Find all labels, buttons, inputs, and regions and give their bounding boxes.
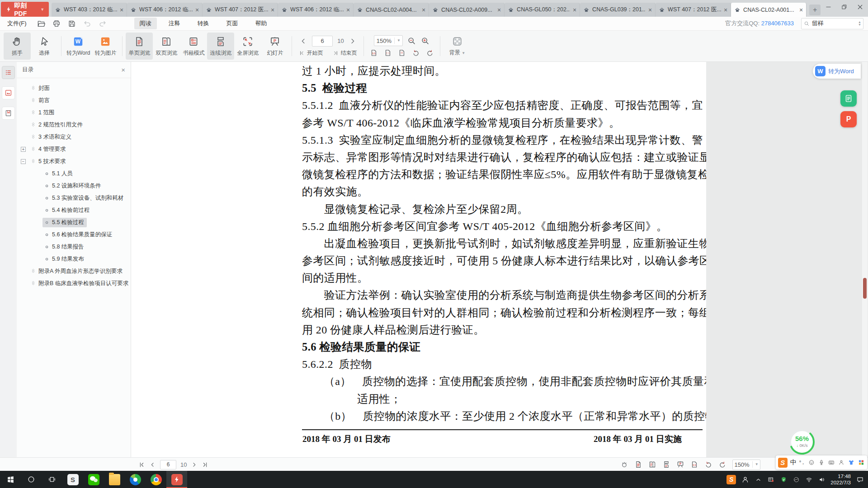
toc-item[interactable]: 5.4 检验前过程 xyxy=(17,204,131,216)
toolbar-tool[interactable]: 选择 xyxy=(31,33,58,60)
open-file-icon[interactable] xyxy=(37,19,46,28)
pinned-app-button[interactable]: S xyxy=(62,471,83,488)
toolbar-tool[interactable]: 双页浏览 xyxy=(153,33,180,60)
document-tab[interactable]: CNAS-CL02-A001... × xyxy=(731,3,807,17)
toc-item[interactable]: 5.5 检验过程 xyxy=(17,216,131,229)
window-restore-button[interactable] xyxy=(836,0,852,14)
document-tab[interactable]: CNAS-GL050：202... × xyxy=(505,3,580,17)
document-tab[interactable]: WST 403：2012 临... × xyxy=(52,3,127,17)
ime-account-icon[interactable] xyxy=(838,459,845,466)
toc-item[interactable]: − 5 技术要求 xyxy=(17,155,131,168)
toolbar-tool[interactable]: 转为图片 xyxy=(92,33,119,60)
sogou-logo-icon[interactable]: S xyxy=(778,458,788,468)
scrollbar-thumb[interactable] xyxy=(863,278,867,299)
people-tray-icon[interactable] xyxy=(741,475,750,484)
tab-close-icon[interactable]: × xyxy=(724,7,727,13)
ime-punctuation[interactable]: °， xyxy=(799,459,805,466)
start-button[interactable] xyxy=(0,471,21,488)
actual-size-icon[interactable] xyxy=(370,49,378,57)
floating-long-image-button[interactable] xyxy=(840,90,857,107)
zoom-out-icon[interactable] xyxy=(407,36,416,46)
toolbar-tool[interactable]: 单页浏览 xyxy=(126,33,153,60)
toc-expander[interactable]: − xyxy=(21,159,26,164)
menu-file[interactable]: 文件(F) xyxy=(7,19,27,28)
menu-item[interactable]: 阅读 xyxy=(134,18,157,29)
document-tab[interactable]: CNAS-GL039：201... × xyxy=(580,3,656,17)
document-tab[interactable]: WST 406：2012 临... × xyxy=(278,3,354,17)
file-explorer-button[interactable] xyxy=(104,471,125,488)
toolbar-tool[interactable]: 抓手 xyxy=(4,33,31,60)
rotate-right-icon[interactable] xyxy=(426,49,434,57)
toc-item[interactable]: 3 术语和定义 xyxy=(17,131,131,143)
new-tab-button[interactable]: + xyxy=(809,5,821,15)
wechat-button[interactable] xyxy=(83,471,104,488)
search-input[interactable]: 留样 ▲▼ xyxy=(801,18,863,29)
ime-toolbox-icon[interactable] xyxy=(858,459,865,466)
next-page-icon[interactable] xyxy=(349,37,357,45)
security-shield-tray-icon[interactable] xyxy=(780,476,788,483)
download-progress-widget[interactable]: 56% ↓ 0K/s xyxy=(788,428,816,455)
ime-keyboard-icon[interactable] xyxy=(828,459,835,466)
fit-width-icon[interactable] xyxy=(384,49,392,57)
previous-page-icon[interactable] xyxy=(299,37,307,45)
sogou-tray-icon[interactable]: S xyxy=(726,475,736,484)
save-icon[interactable] xyxy=(67,19,76,28)
rotate-left-icon[interactable] xyxy=(704,460,712,469)
thumbnail-panel-button[interactable] xyxy=(2,86,15,99)
document-viewport[interactable]: 过 1 小时，应提示处理时间。5.5 检验过程5.5.1.2 血液分析仪的性能验… xyxy=(131,62,868,457)
task-view-button[interactable] xyxy=(42,471,62,488)
first-page-button[interactable]: 开始页 xyxy=(299,49,323,57)
toolbar-tool[interactable]: 连续浏览 xyxy=(207,33,234,60)
toc-item[interactable]: 附录A 外周血涂片形态学识别要求 xyxy=(17,265,131,277)
qq-number[interactable]: 2784067633 xyxy=(761,20,794,27)
ime-skin-icon[interactable] xyxy=(848,459,855,466)
toc-item[interactable]: 前言 xyxy=(17,94,131,107)
toolbar-tool[interactable]: 书籍模式 xyxy=(180,33,207,60)
next-page-icon[interactable] xyxy=(191,461,198,468)
browser-button[interactable] xyxy=(125,471,146,488)
app-logo-button[interactable]: 即刻PDF ▼ xyxy=(1,2,49,17)
sidebar-close-icon[interactable]: × xyxy=(121,66,125,74)
action-center-icon[interactable] xyxy=(856,475,864,484)
toc-item[interactable]: 封面 xyxy=(17,82,131,94)
slideshow-icon[interactable] xyxy=(676,460,684,469)
actual-size-icon[interactable] xyxy=(690,460,698,469)
toolbar-tool[interactable]: 幻灯片 xyxy=(261,33,288,60)
tab-close-icon[interactable]: × xyxy=(648,7,652,13)
zoom-level-select[interactable]: 150% ▼ xyxy=(374,35,403,46)
previous-page-icon[interactable] xyxy=(149,461,156,468)
toc-item[interactable]: 5.9 结果发布 xyxy=(17,253,131,265)
toc-item[interactable]: 5.6 检验结果质量的保证 xyxy=(17,229,131,241)
rotate-right-icon[interactable] xyxy=(718,460,726,469)
menu-item[interactable]: 帮助 xyxy=(250,18,273,29)
redo-icon[interactable] xyxy=(98,19,107,28)
tab-close-icon[interactable]: × xyxy=(346,7,350,13)
toc-item[interactable]: 1 范围 xyxy=(17,107,131,119)
tab-close-icon[interactable]: × xyxy=(271,7,274,13)
bookmark-panel-button[interactable] xyxy=(2,107,15,120)
taskbar-clock[interactable]: 17:48 2022/7/3 xyxy=(830,473,851,486)
tab-close-icon[interactable]: × xyxy=(497,7,501,13)
tab-close-icon[interactable]: × xyxy=(799,7,803,13)
toc-item[interactable]: 附录B 临床血液学检验项目认可要求 xyxy=(17,277,131,290)
toc-item[interactable]: 5.2 设施和环境条件 xyxy=(17,180,131,192)
toolbar-tool[interactable]: 全屏浏览 xyxy=(234,33,261,60)
toc-item[interactable]: 5.3 实验室设备、试剂和耗材 xyxy=(17,192,131,204)
window-close-button[interactable] xyxy=(852,0,868,14)
zoom-level-select[interactable]: 150% ▼ xyxy=(732,460,760,470)
menu-item[interactable]: 转换 xyxy=(192,18,215,29)
floating-to-ppt-button[interactable]: P xyxy=(840,111,857,127)
toc-expander[interactable]: + xyxy=(21,147,26,152)
wifi-tray-icon[interactable] xyxy=(805,476,813,483)
first-page-icon[interactable] xyxy=(138,461,145,468)
page-number-input[interactable]: 6 xyxy=(160,460,176,469)
tab-close-icon[interactable]: × xyxy=(573,7,576,13)
tab-close-icon[interactable]: × xyxy=(422,7,425,13)
tab-close-icon[interactable]: × xyxy=(195,7,199,13)
volume-tray-icon[interactable] xyxy=(818,476,826,483)
tab-close-icon[interactable]: × xyxy=(120,7,123,13)
last-page-button[interactable]: 结束页 xyxy=(333,49,357,57)
chrome-button[interactable] xyxy=(146,471,166,488)
background-button[interactable]: 背景 ▼ xyxy=(443,33,471,60)
toolbar-tool[interactable]: 转为Word xyxy=(65,33,92,60)
